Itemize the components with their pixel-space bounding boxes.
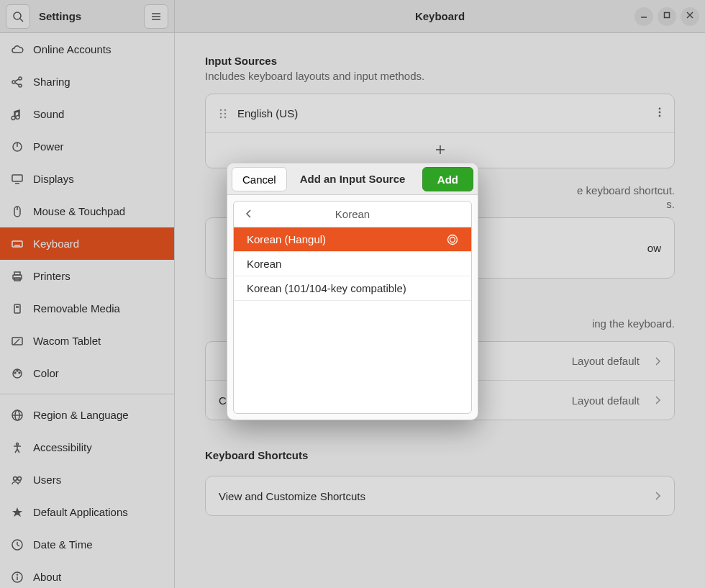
svg-point-66 <box>450 237 455 242</box>
ime-icon <box>447 234 458 245</box>
dialog-items: Korean (Hangul)KoreanKorean (101/104-key… <box>234 227 471 301</box>
input-source-option[interactable]: Korean <box>234 252 471 276</box>
dialog-category-row: Korean <box>234 202 471 227</box>
back-button[interactable] <box>238 202 260 227</box>
dialog-category-label: Korean <box>335 208 370 220</box>
dialog-header: Cancel Add an Input Source Add <box>227 163 478 195</box>
input-source-option-label: Korean (Hangul) <box>247 233 326 245</box>
cancel-button[interactable]: Cancel <box>232 167 287 191</box>
dialog-title: Add an Input Source <box>300 173 406 185</box>
modal-overlay[interactable]: Cancel Add an Input Source Add Korean Ko… <box>0 0 705 588</box>
dialog-body: Korean Korean (Hangul)KoreanKorean (101/… <box>227 195 478 420</box>
input-source-option-label: Korean <box>247 258 281 270</box>
input-source-option-label: Korean (101/104-key compatible) <box>247 282 406 294</box>
svg-point-65 <box>448 235 458 244</box>
add-input-source-dialog: Cancel Add an Input Source Add Korean Ko… <box>227 163 478 420</box>
chevron-left-icon <box>245 209 253 221</box>
add-button[interactable]: Add <box>422 167 473 191</box>
dialog-listbox: Korean Korean (Hangul)KoreanKorean (101/… <box>233 201 472 414</box>
input-source-option[interactable]: Korean (101/104-key compatible) <box>234 276 471 301</box>
input-source-option[interactable]: Korean (Hangul) <box>234 227 471 252</box>
